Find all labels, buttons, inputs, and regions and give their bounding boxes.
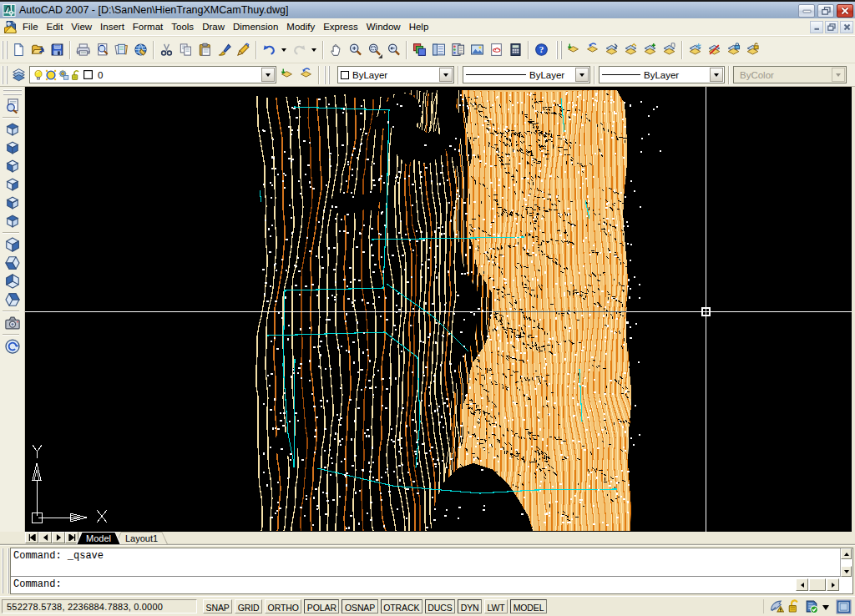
scroll-left-button[interactable] [796,578,808,591]
publish-button[interactable] [112,40,131,60]
status-toggle-ducs[interactable]: DUCS [425,599,455,613]
layer-previous-2-button[interactable] [296,65,316,85]
command-history[interactable]: Command: _qsave [11,548,841,577]
tab-first-button[interactable] [25,532,38,543]
menu-dimension[interactable]: Dimension [229,19,282,34]
layer-lock-button[interactable] [724,40,743,60]
menu-insert[interactable]: Insert [96,19,129,34]
close-button[interactable] [837,4,853,18]
paste-button[interactable] [195,40,215,60]
sw-isometric-button[interactable] [3,235,22,254]
color-combo[interactable]: ByLayer [337,66,454,83]
toolbar-grip[interactable] [324,66,330,84]
sheet-set-manager-button[interactable] [468,40,487,60]
bottom-view-button[interactable] [3,139,22,157]
status-toggle-dyn[interactable]: DYN [458,599,482,613]
minimize-button[interactable] [798,4,815,18]
redo-dropdown[interactable] [309,40,318,60]
status-toggle-otrack[interactable]: OTRACK [381,599,422,613]
cut-button[interactable] [157,40,176,60]
status-toggle-model[interactable]: MODEL [510,599,547,613]
drawing-canvas[interactable] [25,87,855,532]
restore-button[interactable] [817,4,834,18]
front-view-button[interactable] [3,194,22,212]
status-toggle-grid[interactable]: GRID [235,599,262,613]
status-toggle-snap[interactable]: SNAP [203,599,232,613]
previous-view-button[interactable] [3,337,22,356]
command-hscrollbar[interactable] [796,578,851,591]
tray-settings-arrow[interactable] [819,599,832,613]
toolbar-lock-open-icon[interactable] [787,599,802,613]
scroll-thumb[interactable] [809,578,826,591]
clean-screen-button[interactable] [834,598,853,615]
undo-dropdown[interactable] [279,40,288,60]
layer-copy-to-button[interactable] [640,40,660,60]
tab-prev-button[interactable] [38,532,52,543]
quickcalc-button[interactable] [506,40,525,60]
new-button[interactable] [9,40,28,60]
properties-button[interactable] [410,40,429,60]
plotstyle-combo[interactable]: ByColor [733,66,847,83]
menu-express[interactable]: Express [319,19,362,34]
markup-set-manager-button[interactable] [487,40,506,60]
menu-help[interactable]: Help [405,19,433,34]
layer-freeze-button[interactable] [686,40,705,60]
tab-next-button[interactable] [52,532,65,543]
layer-walk-button[interactable] [660,40,679,60]
left-view-button[interactable] [3,157,22,175]
doc-minimize-button[interactable] [810,21,823,33]
layer-unlock-button[interactable] [743,40,762,60]
back-view-button[interactable] [3,212,22,230]
ne-isometric-button[interactable] [3,272,22,290]
communication-center-warning-icon[interactable] [769,599,784,613]
lineweight-combo[interactable]: ByLayer [599,66,725,83]
menu-tools[interactable]: Tools [167,19,198,34]
scroll-up-button[interactable] [841,548,852,559]
menu-view[interactable]: View [67,19,96,34]
toolbar-grip[interactable] [2,41,8,59]
redo-button[interactable] [290,40,309,60]
tab-model[interactable]: Model [76,532,121,544]
layer-properties-manager-button[interactable] [9,65,28,85]
layer-combo[interactable]: 0 [29,66,276,83]
command-input-line[interactable]: Command: [11,575,852,593]
layer-dropdown-button[interactable] [261,68,275,82]
se-isometric-button[interactable] [3,254,22,272]
menu-format[interactable]: Format [129,19,167,34]
nw-isometric-button[interactable] [3,290,22,309]
layer-unisolate-button[interactable] [621,40,640,60]
plot-button[interactable] [73,40,93,60]
doc-restore-button[interactable] [825,21,838,33]
tab-last-button[interactable] [65,532,78,543]
copy-button[interactable] [176,40,195,60]
help-button[interactable] [532,40,551,60]
toolbar-grip[interactable] [2,66,8,84]
zoom-previous-button[interactable] [384,40,403,60]
layer-isolate-button[interactable] [602,40,621,60]
3d-dwf-button[interactable] [131,40,150,60]
status-toggle-ortho[interactable]: ORTHO [265,599,301,613]
menu-draw[interactable]: Draw [198,19,229,34]
menu-modify[interactable]: Modify [282,19,319,34]
undo-button[interactable] [260,40,279,60]
lineweight-dropdown-button[interactable] [710,68,723,82]
linetype-dropdown-button[interactable] [575,68,589,82]
command-text-area[interactable]: Command: _qsave Command: [10,548,853,594]
status-toggle-osnap[interactable]: OSNAP [341,599,377,613]
save-button[interactable] [48,40,67,60]
layer-off-button[interactable] [705,40,724,60]
plot-preview-button[interactable] [93,40,112,60]
plotstyle-dropdown-button[interactable] [832,68,845,82]
pan-button[interactable] [326,40,346,60]
color-dropdown-button[interactable] [439,68,453,82]
right-view-button[interactable] [3,175,22,194]
make-object-layer-current-button[interactable] [564,40,583,60]
zoom-window-button[interactable] [365,40,384,60]
block-editor-button[interactable] [234,40,253,60]
command-vscrollbar[interactable] [841,548,852,578]
toolbar-grip[interactable] [556,41,562,59]
menu-file[interactable]: File [18,19,43,34]
make-current-button[interactable] [277,65,296,85]
standards-check-icon[interactable] [804,599,819,613]
designcenter-button[interactable] [429,40,448,60]
